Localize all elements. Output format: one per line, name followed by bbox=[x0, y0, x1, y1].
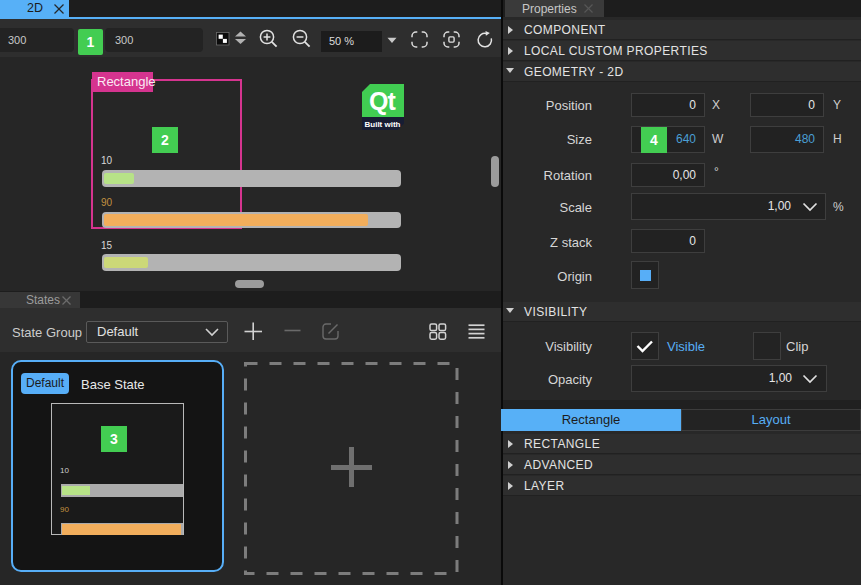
svg-text:Qt: Qt bbox=[369, 87, 396, 115]
svg-text:Built with: Built with bbox=[365, 120, 401, 129]
